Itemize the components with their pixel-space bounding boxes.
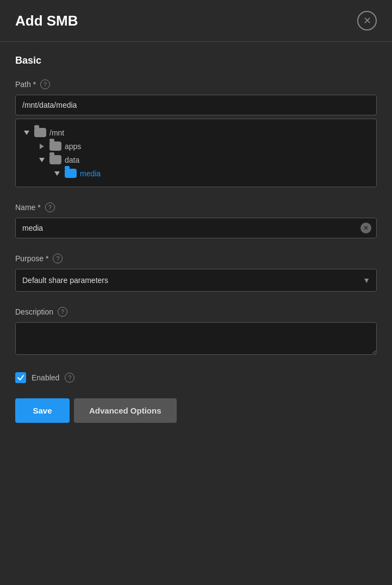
folder-icon-mnt bbox=[34, 128, 46, 137]
description-label: Description ? bbox=[15, 307, 377, 317]
path-help-icon[interactable]: ? bbox=[40, 79, 50, 89]
path-tree-browser: /mnt apps data bbox=[15, 119, 377, 187]
section-basic-title: Basic bbox=[15, 55, 377, 66]
path-label: Path * ? bbox=[15, 79, 377, 89]
tree-children-data: media bbox=[38, 167, 370, 180]
dialog-body: Basic Path * ? /mnt bbox=[0, 42, 392, 585]
tree-toggle-media[interactable] bbox=[53, 169, 61, 178]
save-button[interactable]: Save bbox=[15, 398, 70, 423]
path-label-text: Path * bbox=[15, 80, 36, 89]
tree-label-data: data bbox=[65, 156, 79, 164]
purpose-field-group: Purpose * ? Default share parameters Tim… bbox=[15, 254, 377, 292]
purpose-label-text: Purpose * bbox=[15, 254, 48, 263]
enabled-row: Enabled ? bbox=[15, 372, 377, 383]
tree-label-media: media bbox=[80, 169, 101, 178]
tree-node-apps[interactable]: apps bbox=[38, 139, 370, 153]
dialog-header: Add SMB ✕ bbox=[0, 0, 392, 42]
tree-toggle-apps[interactable] bbox=[38, 142, 46, 151]
purpose-label: Purpose * ? bbox=[15, 254, 377, 263]
path-input[interactable] bbox=[15, 95, 377, 115]
name-label-text: Name * bbox=[15, 203, 41, 212]
folder-icon-data bbox=[49, 155, 61, 164]
enabled-label: Enabled bbox=[32, 373, 59, 382]
close-button[interactable]: ✕ bbox=[357, 11, 377, 30]
tree-toggle-mnt[interactable] bbox=[22, 128, 31, 137]
tree-toggle-data[interactable] bbox=[38, 156, 46, 164]
purpose-select-wrapper: Default share parameters Time Machine En… bbox=[15, 269, 377, 292]
name-input-wrapper: ✕ bbox=[15, 218, 377, 238]
description-input[interactable] bbox=[15, 322, 377, 355]
tree-label-mnt: /mnt bbox=[49, 128, 64, 137]
enabled-help-icon[interactable]: ? bbox=[65, 373, 74, 383]
tree-node-media[interactable]: media bbox=[53, 167, 370, 180]
description-field-group: Description ? bbox=[15, 307, 377, 357]
purpose-select[interactable]: Default share parameters Time Machine En… bbox=[15, 269, 377, 292]
purpose-help-icon[interactable]: ? bbox=[53, 254, 63, 263]
name-clear-icon[interactable]: ✕ bbox=[360, 223, 371, 233]
add-smb-dialog: Add SMB ✕ Basic Path * ? /mnt bbox=[0, 0, 392, 585]
button-row: Save Advanced Options bbox=[15, 398, 377, 438]
tree-label-apps: apps bbox=[65, 142, 81, 151]
folder-icon-apps bbox=[49, 141, 61, 151]
tree-node-data[interactable]: data bbox=[38, 153, 370, 167]
advanced-options-button[interactable]: Advanced Options bbox=[74, 398, 177, 423]
tree-children-mnt: apps data media bbox=[22, 139, 370, 180]
dialog-title: Add SMB bbox=[15, 13, 78, 29]
description-help-icon[interactable]: ? bbox=[58, 307, 67, 317]
name-field-group: Name * ? ✕ bbox=[15, 202, 377, 238]
name-input[interactable] bbox=[15, 218, 377, 238]
folder-icon-media bbox=[65, 169, 77, 178]
path-field-group: Path * ? /mnt apps bbox=[15, 79, 377, 187]
tree-node-mnt[interactable]: /mnt bbox=[22, 126, 370, 139]
name-label: Name * ? bbox=[15, 202, 377, 212]
enabled-checkbox[interactable] bbox=[15, 372, 26, 383]
description-label-text: Description bbox=[15, 307, 53, 316]
name-help-icon[interactable]: ? bbox=[45, 202, 55, 212]
